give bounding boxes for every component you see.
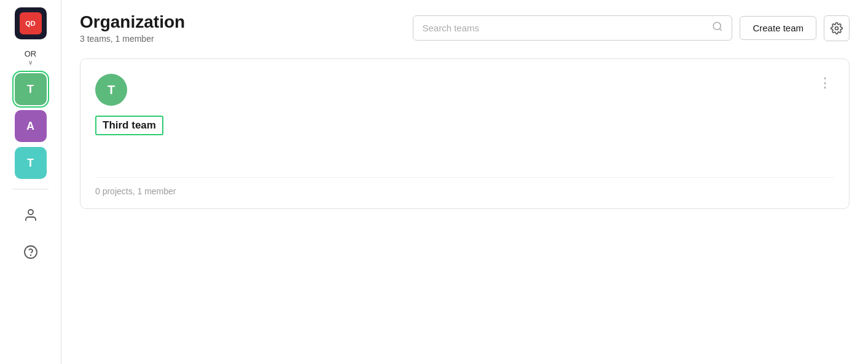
team-more-button[interactable]: ⋮	[816, 74, 834, 92]
sidebar-item-third-team[interactable]: T	[15, 73, 47, 105]
team-stats: 0 projects, 1 member	[95, 177, 834, 196]
svg-point-5	[835, 26, 839, 30]
main-content: Organization 3 teams, 1 member Create te…	[61, 0, 868, 364]
help-icon	[23, 245, 38, 259]
svg-line-4	[720, 28, 722, 30]
title-block: Organization 3 teams, 1 member	[80, 12, 185, 44]
org-selector[interactable]: OR ∨	[25, 49, 37, 66]
page-header: Organization 3 teams, 1 member Create te…	[80, 12, 850, 44]
sidebar-divider	[12, 189, 49, 189]
gear-icon	[831, 22, 843, 34]
svg-point-0	[28, 210, 33, 215]
page-title: Organization	[80, 12, 185, 32]
people-icon-button[interactable]	[15, 199, 47, 231]
teams-grid: T ⋮ Third team 0 projects, 1 member	[80, 58, 850, 209]
help-icon-button[interactable]	[15, 236, 47, 268]
people-icon	[23, 208, 38, 223]
header-actions: Create team	[413, 15, 850, 41]
search-container[interactable]	[413, 15, 732, 41]
sidebar-item-teal-team[interactable]: T	[15, 147, 47, 179]
app-logo[interactable]	[15, 7, 47, 39]
team-avatar: T	[95, 74, 127, 106]
team-card: T ⋮ Third team 0 projects, 1 member	[80, 58, 850, 209]
page-subtitle: 3 teams, 1 member	[80, 34, 185, 44]
search-input[interactable]	[422, 23, 712, 33]
team-name[interactable]: Third team	[95, 116, 163, 135]
settings-button[interactable]	[824, 15, 850, 41]
logo-icon	[20, 12, 42, 34]
svg-point-1	[25, 246, 37, 258]
org-label: OR	[25, 49, 37, 58]
team-card-header: T ⋮	[95, 74, 834, 106]
sidebar-item-alpha-team[interactable]: A	[15, 110, 47, 142]
sidebar: OR ∨ T A T	[0, 0, 61, 364]
create-team-button[interactable]: Create team	[740, 16, 816, 40]
svg-point-3	[714, 22, 721, 30]
chevron-down-icon: ∨	[28, 59, 33, 66]
search-icon	[712, 21, 723, 35]
